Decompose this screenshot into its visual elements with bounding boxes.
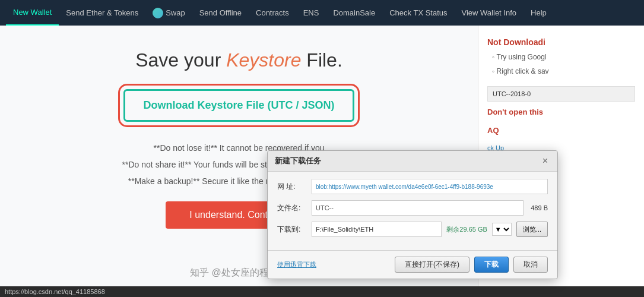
sidebar-right-click: Right click & sav: [487, 66, 635, 77]
main-content: Save your Keystore File. Download Keysto…: [0, 26, 478, 297]
dialog-url-row: 网 址:: [277, 179, 548, 194]
url-bar: https://blog.csdn.net/qq_41185868: [0, 286, 644, 297]
download-dialog: 新建下载任务 × 网 址: 文件名: 489 B 下载到: 剩余29.65 GB: [267, 150, 558, 279]
dialog-title: 新建下载任务: [275, 156, 321, 166]
dialog-filename-row: 文件名: 489 B: [277, 200, 548, 216]
headline-keyword: Keystore: [226, 49, 301, 71]
dialog-footer: 使用迅雷下载 直接打开(不保存) 下载 取消: [268, 250, 557, 279]
dialog-download-button[interactable]: 下载: [474, 257, 509, 273]
dialog-filename-label: 文件名:: [277, 203, 307, 213]
nav-view-wallet[interactable]: View Wallet Info: [455, 0, 524, 26]
sidebar-try-google: Try using Googl: [487, 52, 635, 62]
nav-swap[interactable]: Swap: [145, 0, 192, 26]
nav-ens[interactable]: ENS: [296, 0, 326, 26]
nav-send-ether[interactable]: Send Ether & Tokens: [59, 0, 145, 26]
download-keystore-button[interactable]: Download Keystore File (UTC / JSON): [123, 89, 354, 122]
sidebar-dont-open: Don't open this: [487, 108, 635, 116]
sidebar-aq: AQ: [487, 126, 635, 135]
dialog-saveto-label: 下载到:: [277, 225, 307, 235]
swap-logo-icon: [153, 8, 163, 18]
dialog-close-button[interactable]: ×: [540, 156, 550, 166]
dialog-space-text: 剩余29.65 GB: [446, 225, 487, 234]
dialog-cancel-button[interactable]: 取消: [513, 257, 548, 273]
nav-contracts[interactable]: Contracts: [249, 0, 296, 26]
headline-post: File.: [301, 49, 342, 71]
dialog-url-label: 网 址:: [277, 182, 307, 192]
page-headline: Save your Keystore File.: [135, 49, 342, 71]
dialog-body: 网 址: 文件名: 489 B 下载到: 剩余29.65 GB ▼ 浏览...: [268, 172, 557, 250]
sidebar-not-downloading: Not Downloadi Try using Googl Right clic…: [487, 37, 635, 77]
dialog-browse-button[interactable]: 浏览...: [516, 222, 548, 237]
nav-check-tx[interactable]: Check TX Status: [382, 0, 454, 26]
nav-help[interactable]: Help: [524, 0, 554, 26]
headline-pre: Save your: [135, 49, 226, 71]
dialog-xunlei-link[interactable]: 使用迅雷下载: [277, 260, 316, 269]
sidebar-filename-display: UTC--2018-0: [487, 86, 635, 102]
sidebar-dont-open-title: Don't open this: [487, 108, 635, 116]
navigation: New Wallet Send Ether & Tokens Swap Send…: [0, 0, 644, 26]
nav-new-wallet[interactable]: New Wallet: [6, 0, 59, 26]
nav-domainsale[interactable]: DomainSale: [326, 0, 382, 26]
dialog-filesize: 489 B: [531, 204, 548, 211]
main-area: Save your Keystore File. Download Keysto…: [0, 26, 644, 297]
dialog-filename-input[interactable]: [312, 200, 524, 216]
dialog-action-buttons: 直接打开(不保存) 下载 取消: [395, 257, 548, 273]
dialog-saveto-row: 下载到: 剩余29.65 GB ▼ 浏览...: [277, 222, 548, 237]
sidebar-not-downloading-title: Not Downloadi: [487, 37, 635, 47]
dialog-space-dropdown[interactable]: ▼: [492, 223, 512, 236]
nav-send-offline[interactable]: Send Offline: [192, 0, 249, 26]
dialog-header: 新建下载任务 ×: [268, 151, 557, 172]
dialog-saveto-input[interactable]: [312, 222, 442, 237]
url-bar-text: https://blog.csdn.net/qq_41185868: [5, 288, 105, 295]
sidebar-aq-label: AQ: [487, 126, 635, 135]
dialog-open-button[interactable]: 直接打开(不保存): [395, 257, 469, 273]
dialog-url-input[interactable]: [312, 179, 548, 194]
